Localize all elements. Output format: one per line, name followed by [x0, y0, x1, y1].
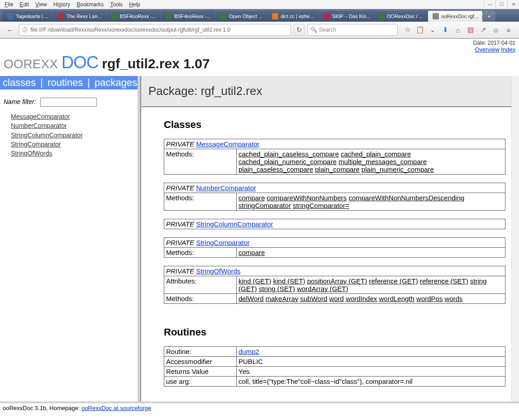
- method-link[interactable]: delWord: [238, 295, 264, 302]
- method-link[interactable]: plain_caseless_compare: [238, 165, 313, 173]
- browser-tab[interactable]: ooRexxDoc rgf...✕: [428, 11, 482, 22]
- method-link[interactable]: wordIndex: [346, 295, 377, 302]
- returns-value: Yes: [237, 367, 505, 377]
- home-icon[interactable]: ⌂: [454, 26, 462, 34]
- star-icon[interactable]: ☆: [403, 26, 411, 34]
- method-link[interactable]: wordLength: [379, 295, 414, 302]
- method-link[interactable]: makeArray: [266, 295, 299, 302]
- navbar: ← ⓘ file:///F:/download/Rexx/ooRexx/oore…: [0, 22, 519, 38]
- url-bar[interactable]: ⓘ file:///F:/download/Rexx/ooRexx/oorexx…: [19, 24, 291, 36]
- window-close-icon[interactable]: ✕: [507, 0, 519, 8]
- account-icon[interactable]: ☺: [492, 26, 500, 34]
- method-link[interactable]: compareWithNonNumbersDescending: [348, 194, 464, 202]
- class-list: MessageComparatorNumberComparatorStringC…: [0, 112, 138, 161]
- footer: ooRexxDoc 3.1b, Homepage: ooRexxDoc at s…: [0, 401, 519, 414]
- sidebar: classes| routines| packages Name filter:…: [0, 76, 140, 406]
- new-tab-button[interactable]: +: [483, 11, 495, 22]
- returns-label: Returns Value: [164, 367, 237, 377]
- methods-cell: compare compareWithNonNumbers compareWit…: [237, 193, 505, 211]
- menu-file[interactable]: File: [5, 1, 13, 8]
- class-name-link[interactable]: StringComparator: [196, 239, 249, 246]
- browser-tab[interactable]: SKIP – Das Kin...: [319, 11, 373, 22]
- tab-routines[interactable]: routines: [48, 77, 83, 89]
- menu-bookmarks[interactable]: Bookmarks: [76, 1, 104, 8]
- browser-tab[interactable]: dict.cc | ephe...: [267, 11, 319, 22]
- class-name-link[interactable]: StringOfWords: [196, 267, 240, 275]
- attribute-item[interactable]: positionArray (GET): [307, 277, 367, 285]
- method-link[interactable]: subWord: [300, 295, 327, 302]
- tab-label: dict.cc | ephe...: [281, 14, 314, 19]
- menu-view[interactable]: View: [35, 1, 47, 8]
- favicon: [220, 13, 227, 19]
- method-link[interactable]: plain_compare: [315, 165, 359, 173]
- method-link[interactable]: multiple_messages_compare: [338, 158, 427, 165]
- overview-link[interactable]: Overview: [475, 46, 499, 53]
- menu-edit[interactable]: Edit: [19, 1, 29, 8]
- browser-tab[interactable]: BSF4ooRexx -...: [107, 11, 161, 22]
- method-link[interactable]: cached_plain_numeric_compare: [238, 158, 337, 165]
- browser-tab[interactable]: Tageskarte | ...: [3, 11, 53, 22]
- method-link[interactable]: compare: [238, 249, 265, 256]
- class-link[interactable]: MessageComparator: [11, 112, 134, 121]
- menu-tools[interactable]: Tools: [110, 1, 123, 8]
- browser-tab[interactable]: Open Object ...: [216, 11, 267, 22]
- footer-link[interactable]: ooRexxDoc at sourceforge: [81, 405, 151, 411]
- class-link[interactable]: StringComparator: [11, 140, 134, 149]
- method-link[interactable]: words: [445, 295, 463, 302]
- browser-tab[interactable]: OORexxDoc / ...: [374, 11, 428, 22]
- window-maximize-icon[interactable]: ☐: [495, 0, 507, 8]
- method-link[interactable]: stringComparator=: [293, 202, 349, 209]
- attribute-item[interactable]: wordArray (GET): [297, 285, 348, 293]
- window-minimize-icon[interactable]: —: [484, 0, 495, 8]
- attribute-item[interactable]: reference (GET): [369, 277, 418, 285]
- attribute-item[interactable]: kind (GET): [238, 277, 271, 285]
- method-link[interactable]: wordPos: [416, 295, 443, 302]
- reload-button[interactable]: ↻: [294, 24, 305, 36]
- pdf-icon[interactable]: ▤: [467, 26, 475, 34]
- tab-packages[interactable]: packages: [95, 77, 137, 89]
- class-name-link[interactable]: StringColumnComparator: [196, 220, 273, 228]
- method-link[interactable]: cached_plain_compare: [341, 150, 411, 158]
- close-icon[interactable]: ✕: [481, 14, 482, 19]
- method-link[interactable]: plain_numeric_compare: [362, 165, 434, 173]
- class-link[interactable]: StringOfWords: [11, 149, 134, 158]
- methods-cell: cached_plain_caseless_compare cached_pla…: [237, 149, 505, 175]
- class-link[interactable]: NumberComparator: [11, 121, 134, 130]
- browser-tab[interactable]: BSF4ooRexx -...: [161, 11, 215, 22]
- download-icon[interactable]: ⬇: [441, 26, 449, 34]
- menu-history[interactable]: History: [53, 1, 70, 8]
- method-link[interactable]: word: [329, 295, 344, 302]
- methods-label: Methods:: [164, 248, 237, 258]
- favicon: [166, 13, 172, 19]
- menu-icon[interactable]: ≡: [505, 26, 513, 34]
- method-link[interactable]: cached_plain_caseless_compare: [238, 150, 339, 158]
- attribute-item[interactable]: kind (SET): [273, 277, 305, 285]
- page-title: rgf_util2.rex 1.07: [102, 56, 210, 71]
- tab-label: The Rexx Lan...: [67, 14, 102, 19]
- back-button[interactable]: ←: [4, 24, 16, 36]
- search-bar[interactable]: 🔍 Search: [307, 24, 398, 36]
- access-value: PUBLIC: [237, 357, 505, 367]
- methods-cell: delWord makeArray subWord word wordIndex…: [237, 294, 505, 304]
- class-name-link[interactable]: NumberComparator: [196, 184, 256, 192]
- browser-tab[interactable]: The Rexx Lan...: [53, 11, 106, 22]
- menu-help[interactable]: Help: [129, 1, 140, 8]
- attribute-item[interactable]: reference (SET): [420, 277, 468, 285]
- private-label: PRIVATE: [166, 239, 194, 246]
- clipboard-icon[interactable]: 📋: [416, 26, 424, 34]
- index-link[interactable]: Index: [501, 46, 515, 53]
- tabbar: Tageskarte | ...The Rexx Lan...BSF4ooRex…: [0, 9, 519, 22]
- scrollbar[interactable]: [511, 76, 519, 406]
- filter-input[interactable]: [40, 98, 97, 107]
- attribute-item[interactable]: string (SET): [259, 285, 295, 293]
- class-table: PRIVATE StringComparatorMethods:compare: [164, 237, 505, 258]
- tab-classes[interactable]: classes: [3, 77, 36, 89]
- class-link[interactable]: StringColumnComparator: [11, 131, 134, 140]
- routine-name[interactable]: dump2: [238, 348, 259, 355]
- method-link[interactable]: compare: [238, 194, 265, 202]
- pocket-icon[interactable]: ⌄: [429, 26, 437, 34]
- share-icon[interactable]: ↗: [479, 26, 487, 34]
- method-link[interactable]: stringComparator: [238, 202, 291, 209]
- method-link[interactable]: compareWithNonNumbers: [267, 194, 347, 202]
- class-name-link[interactable]: MessageComparator: [196, 140, 259, 148]
